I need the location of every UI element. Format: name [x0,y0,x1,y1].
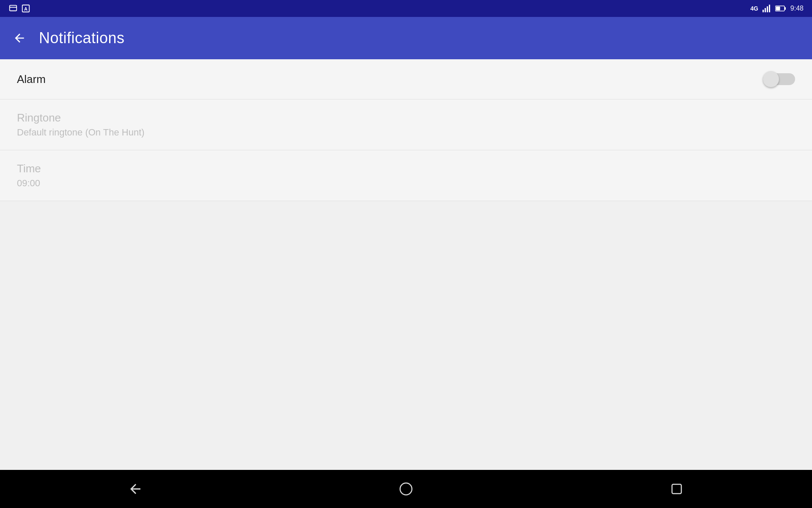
svg-rect-6 [769,5,770,12]
svg-rect-5 [767,6,768,12]
svg-point-10 [400,483,412,495]
svg-text:A: A [24,6,27,11]
nav-bar [0,470,812,508]
page-title: Notifications [39,29,125,47]
recent-nav-icon [670,483,683,495]
home-nav-button[interactable] [271,470,541,508]
toggle-thumb [763,71,779,87]
home-nav-icon [398,481,414,497]
recent-nav-button[interactable] [541,470,812,508]
settings-content: Alarm Ringtone Default ringtone (On The … [0,59,812,201]
ringtone-sublabel: Default ringtone (On The Hunt) [17,127,145,138]
back-nav-icon [128,481,143,497]
svg-rect-9 [776,7,780,11]
wallet-icon [8,4,18,13]
signal-icon [763,5,771,12]
svg-rect-0 [10,6,17,11]
svg-rect-3 [763,10,764,12]
alarm-text: Alarm [17,73,46,86]
status-bar-right: 4G 9:48 [750,5,804,12]
ringtone-setting-item[interactable]: Ringtone Default ringtone (On The Hunt) [0,99,812,150]
status-bar: A 4G 9:48 [0,0,812,17]
alarm-label: Alarm [17,73,46,86]
status-time: 9:48 [790,5,804,12]
time-value: 09:00 [17,178,41,189]
svg-rect-8 [785,7,786,10]
time-setting-item[interactable]: Time 09:00 [0,150,812,201]
alarm-setting-item[interactable]: Alarm [0,59,812,99]
ringtone-label: Ringtone [17,111,145,124]
battery-icon [775,5,786,12]
app-bar: Notifications [0,17,812,59]
status-bar-left-icons: A [8,4,30,13]
ringtone-text: Ringtone Default ringtone (On The Hunt) [17,111,145,138]
back-button[interactable] [13,31,26,45]
svg-rect-4 [765,8,766,12]
time-label: Time [17,162,41,175]
svg-rect-11 [672,484,681,494]
alarm-toggle[interactable] [763,71,795,87]
a-icon: A [21,4,30,13]
time-text: Time 09:00 [17,162,41,189]
back-nav-button[interactable] [0,470,271,508]
network-type-label: 4G [750,5,758,12]
